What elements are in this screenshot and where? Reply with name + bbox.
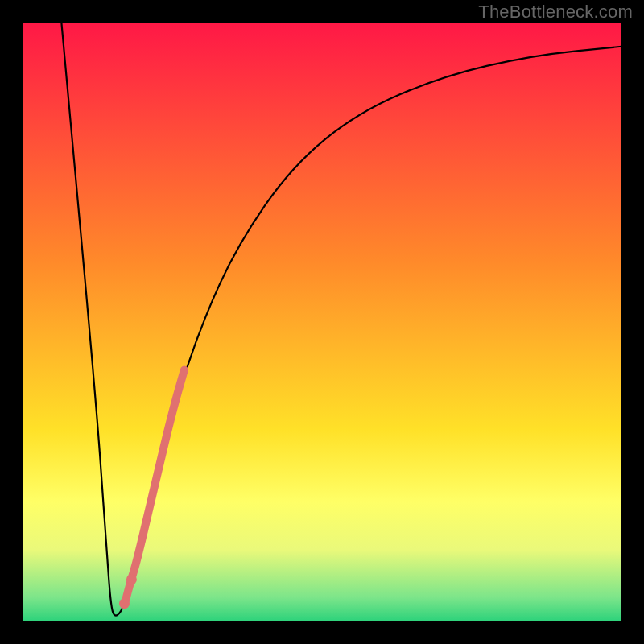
highlight-dot xyxy=(119,598,130,609)
plot-area xyxy=(23,23,621,621)
highlight-dot xyxy=(126,574,137,584)
watermark-text: TheBottleneck.com xyxy=(478,2,633,23)
bottleneck-chart xyxy=(0,0,644,644)
chart-frame: TheBottleneck.com xyxy=(0,0,644,644)
